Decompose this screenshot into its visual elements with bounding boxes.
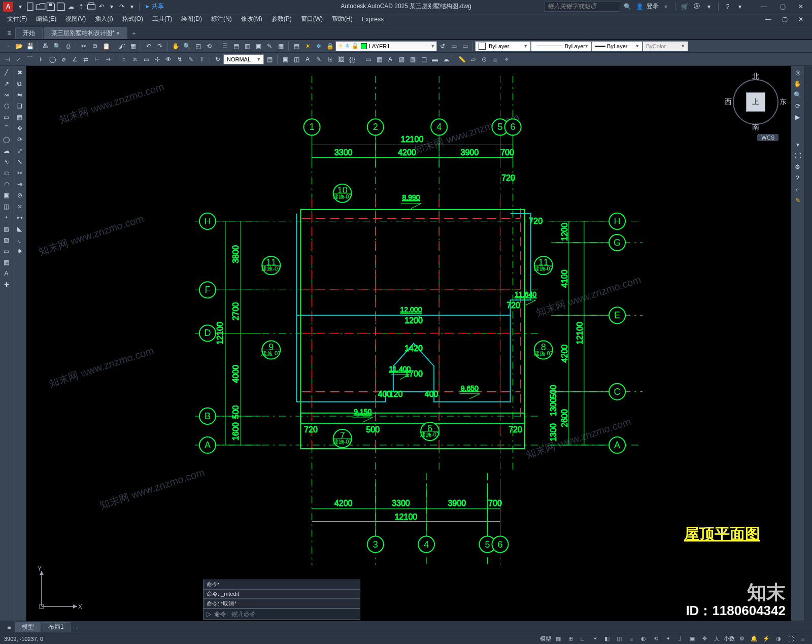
- web-open-icon[interactable]: ☁: [66, 2, 76, 12]
- rotate-icon[interactable]: ⟳: [14, 134, 25, 145]
- copy-icon[interactable]: ⧉: [89, 41, 100, 52]
- region-icon2[interactable]: ▭: [1, 246, 12, 256]
- menu-param[interactable]: 参数(P): [267, 14, 296, 25]
- inspect-icon[interactable]: 👁: [163, 54, 174, 65]
- lwdisplay-icon[interactable]: ≡: [626, 634, 636, 643]
- linetype-dropdown[interactable]: ByLayer▾: [531, 41, 592, 51]
- arc-icon[interactable]: ⌒: [1, 123, 12, 133]
- pline-icon[interactable]: ↝: [1, 90, 12, 100]
- zoom-realtime-icon[interactable]: 🔍: [181, 41, 192, 52]
- id-icon[interactable]: ⊙: [479, 54, 490, 65]
- redo-menu-icon[interactable]: ▾: [127, 2, 137, 12]
- dim-space-icon[interactable]: ↕: [118, 54, 129, 65]
- revcloud-icon[interactable]: ☁: [441, 54, 452, 65]
- new-icon[interactable]: [25, 2, 36, 12]
- create-block-icon[interactable]: ◫: [291, 54, 302, 65]
- cart-icon[interactable]: 🛒: [680, 2, 690, 12]
- dim-break-icon[interactable]: ⤫: [129, 54, 141, 65]
- properties-icon[interactable]: ☰: [219, 41, 230, 52]
- menu-draw[interactable]: 绘图(D): [177, 14, 206, 25]
- polar-toggle-icon[interactable]: ✶: [590, 634, 600, 643]
- plot-icon[interactable]: [86, 2, 96, 12]
- status-units[interactable]: 小数: [724, 635, 735, 642]
- menu-edit[interactable]: 编辑(E): [32, 14, 60, 25]
- menu-express[interactable]: Express: [358, 14, 388, 25]
- cut-icon[interactable]: ✂: [78, 41, 89, 52]
- dim-ord-icon[interactable]: ⊦: [36, 54, 47, 65]
- boundary-icon[interactable]: ◫: [418, 54, 429, 65]
- block-edit-icon[interactable]: ✎: [313, 54, 324, 65]
- paste-icon[interactable]: 📋: [100, 41, 112, 52]
- tab-current-doc[interactable]: 某三层别墅结构设计图* ×: [44, 27, 127, 39]
- table-icon[interactable]: ▦: [374, 54, 385, 65]
- locate-icon[interactable]: ⌖: [501, 54, 512, 65]
- dim-arc-icon[interactable]: ⌒: [24, 54, 36, 65]
- color-dropdown[interactable]: ByLayer▾: [475, 41, 531, 51]
- mirror-icon[interactable]: ⇋: [14, 90, 25, 100]
- hatch-icon2[interactable]: ▨: [1, 224, 12, 234]
- tab-add-button[interactable]: +: [128, 28, 140, 39]
- extend-icon[interactable]: ⇥: [14, 179, 25, 189]
- new-doc-icon[interactable]: ▫: [2, 41, 13, 52]
- copy-obj-icon[interactable]: ⧉: [14, 79, 25, 89]
- publish-icon[interactable]: ⎙: [62, 41, 74, 52]
- layer-iso-icon[interactable]: ▭: [459, 41, 470, 52]
- layer-states-icon[interactable]: ☀: [302, 41, 313, 52]
- undo-icon[interactable]: ↶: [96, 2, 107, 12]
- dim-continue-icon[interactable]: ⇢: [103, 54, 114, 65]
- annomonitor-icon[interactable]: 🔔: [749, 634, 759, 643]
- spline-icon[interactable]: ∿: [1, 157, 12, 167]
- ellipse-arc-icon[interactable]: ◠: [1, 179, 12, 189]
- field-icon[interactable]: {f}: [347, 54, 358, 65]
- nav-settings-icon[interactable]: ⚙: [792, 162, 803, 172]
- tool-palettes-icon[interactable]: ▥: [242, 41, 253, 52]
- saveas-icon[interactable]: [56, 2, 66, 12]
- window-restore[interactable]: ▢: [774, 2, 791, 12]
- pan-icon[interactable]: ✋: [170, 41, 181, 52]
- mtext-icon2[interactable]: A: [1, 268, 12, 279]
- dim-aligned-icon[interactable]: ⟋: [13, 54, 24, 65]
- search-icon[interactable]: 🔍: [622, 2, 632, 12]
- ribbon-toggle-icon[interactable]: ≡: [3, 27, 15, 39]
- point-icon[interactable]: •: [1, 213, 12, 223]
- scale-icon[interactable]: ⤢: [14, 146, 25, 156]
- undo-menu-icon[interactable]: ▾: [107, 2, 117, 12]
- layer-props-icon[interactable]: ▤: [291, 41, 302, 52]
- dim-linear-icon[interactable]: ⊣: [2, 54, 13, 65]
- dynucs-icon[interactable]: ⅃: [675, 634, 685, 643]
- dimstyle-manager-icon[interactable]: ▤: [264, 54, 275, 65]
- offset-icon[interactable]: ❏: [14, 101, 25, 111]
- help-icon[interactable]: ?: [723, 2, 733, 12]
- viewcube-top-face[interactable]: 上: [746, 92, 765, 112]
- viewcube[interactable]: 上 北 南 西 东: [728, 74, 784, 130]
- tab-model[interactable]: 模型: [15, 622, 41, 632]
- stretch-icon[interactable]: ⤡: [14, 157, 25, 167]
- save-icon[interactable]: [46, 2, 56, 12]
- insert-block-icon[interactable]: ▣: [280, 54, 291, 65]
- addselected-icon[interactable]: ✚: [1, 280, 12, 290]
- break-icon[interactable]: ⤫: [14, 201, 25, 212]
- chamfer-icon[interactable]: ◣: [14, 224, 25, 234]
- window-close[interactable]: ✕: [793, 2, 809, 12]
- annotation-scale-icon[interactable]: 人: [712, 634, 722, 643]
- xline-icon[interactable]: ↗: [1, 79, 12, 89]
- command-line[interactable]: 命令: 命令: _mtedit 命令: *取消* ▷ 命令: 键入命令: [203, 580, 360, 620]
- save-doc-icon[interactable]: 💾: [24, 41, 36, 52]
- ortho-toggle-icon[interactable]: ∟: [578, 634, 588, 643]
- area-icon[interactable]: ▱: [467, 54, 479, 65]
- gizmo-icon[interactable]: ✥: [699, 634, 709, 643]
- cleanscreen-icon[interactable]: ⛶: [786, 634, 796, 643]
- join-icon[interactable]: ⊶: [14, 213, 25, 223]
- match-prop-icon[interactable]: 🖌: [116, 41, 127, 52]
- qat-menu-icon[interactable]: ▾: [15, 2, 25, 12]
- tolerance-icon[interactable]: ▭: [141, 54, 152, 65]
- menu-dim[interactable]: 标注(N): [207, 14, 236, 25]
- 3dosnap-icon[interactable]: ✦: [663, 634, 673, 643]
- menu-file[interactable]: 文件(F): [3, 14, 31, 25]
- center-mark-icon[interactable]: ✢: [152, 54, 163, 65]
- line-icon[interactable]: ╱: [1, 67, 12, 78]
- polygon-icon[interactable]: ⬠: [1, 101, 12, 111]
- lineweight-dropdown[interactable]: ByLayer▾: [592, 41, 642, 51]
- layer-freeze-icon[interactable]: ❄: [313, 41, 324, 52]
- qcalc-icon[interactable]: ▦: [275, 41, 286, 52]
